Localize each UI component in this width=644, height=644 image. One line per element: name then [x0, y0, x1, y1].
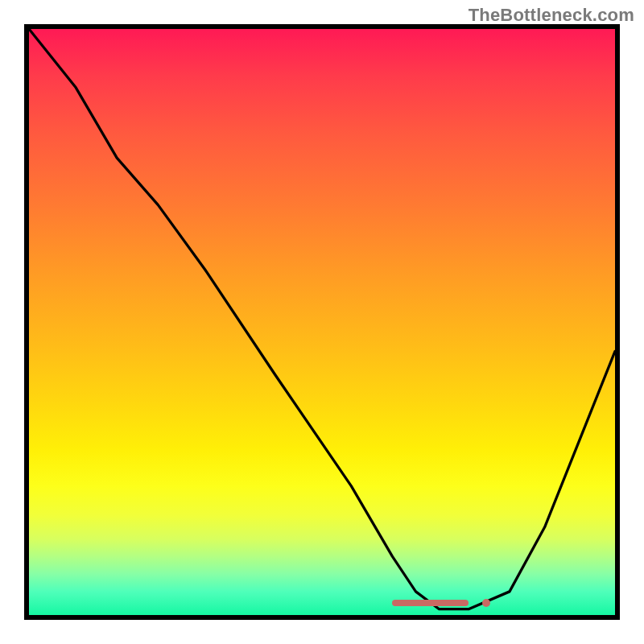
chart-plot-area: [24, 24, 620, 620]
watermark-text: TheBottleneck.com: [469, 5, 634, 26]
chart-line-curve: [29, 29, 615, 615]
chart-marker-strip: [392, 600, 469, 606]
chart-line-path: [29, 29, 615, 609]
